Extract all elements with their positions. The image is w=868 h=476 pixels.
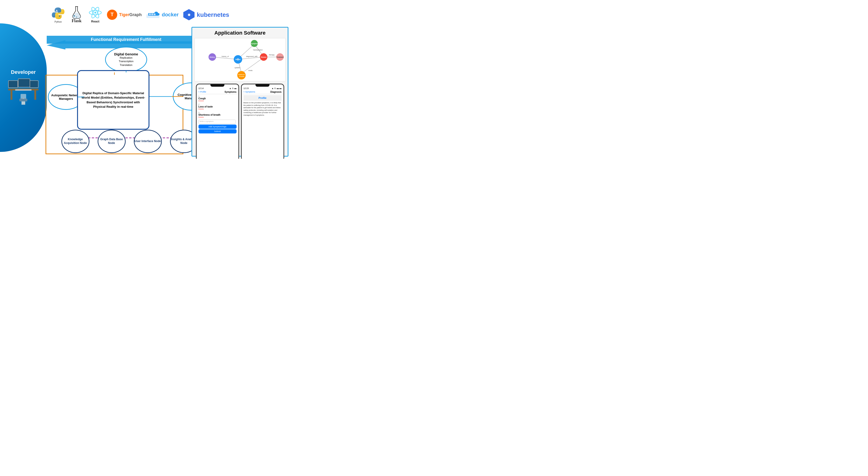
digital-replica-box: Digital Replica of Domain-Specific Mater… (77, 70, 150, 130)
svg-text:Healthcare: Healthcare (238, 74, 245, 75)
svg-rect-16 (151, 12, 153, 13)
svg-text:⎈: ⎈ (188, 12, 190, 17)
symptom-input[interactable]: Write a symptom (198, 120, 236, 124)
symptom-item-3: 3 Shortness of breath Delete (198, 112, 237, 118)
svg-text:Functional Requirement Fulfill: Functional Requirement Fulfillment (91, 37, 161, 42)
diagnosis-text: Based on the provided symptoms, it is li… (244, 102, 282, 116)
python-label: Python (54, 21, 62, 23)
symptom-name-3: Shortness of breath (198, 114, 237, 116)
flask-logo: Flask (71, 6, 82, 23)
svg-text:i: i (238, 59, 238, 60)
symptom-name-2: Loss of taste (198, 106, 237, 108)
phone2-time: 12:23 (244, 87, 249, 89)
svg-text:treats: treats (248, 70, 253, 71)
developer-panel: Developer (0, 23, 47, 152)
replica-text: Digital Replica of Domain-Specific Mater… (80, 91, 146, 109)
svg-text:Treatment: Treatment (276, 56, 284, 58)
symptom-num-3: 3 (198, 112, 237, 114)
tigergraph-logo: T TigerGraph (106, 9, 142, 20)
tech-logo-bar: Python Flask React T (51, 2, 287, 28)
phone-header-1: 12:14 ▲ ⊙ ▬ (197, 87, 239, 90)
graphdb-label: Graph Data Base Node (98, 138, 125, 145)
phone2-nav: < Symptoms Diagnosis (242, 90, 283, 94)
app-software-panel: Application Software history_of diagnose… (191, 27, 288, 156)
svg-rect-12 (149, 13, 151, 15)
svg-rect-17 (151, 10, 153, 12)
phone-notch-2 (255, 84, 270, 87)
svg-point-0 (56, 10, 57, 11)
phone1-nav: < Profile Symptoms (197, 90, 239, 94)
svg-rect-14 (154, 13, 156, 15)
phone-notch-1 (210, 84, 224, 87)
svg-text:history_of: history_of (222, 56, 228, 58)
python-logo: Python (51, 6, 65, 23)
react-logo: React (88, 6, 102, 23)
symptom-num-2: 2 (198, 103, 237, 106)
digital-genome-node: Digital Genome ReplicationTranscriptionT… (105, 47, 147, 72)
symptom-item-2: 2 Loss of taste Delete (198, 103, 237, 110)
svg-text:therapy: therapy (269, 54, 275, 56)
bottom-nodes-row: Knowledge Acquisition Node Graph Data Ba… (57, 130, 202, 153)
phones-row: 12:14 ▲ ⊙ ▬ < Profile Symptoms 1 Cough D… (192, 82, 288, 159)
react-label: React (91, 20, 99, 23)
svg-point-8 (94, 12, 96, 13)
profile-link[interactable]: Profile (244, 96, 281, 99)
app-panel-title: Application Software (192, 28, 288, 37)
submit-btn[interactable]: Submit (198, 129, 237, 133)
ui-label: User Interface Node (134, 140, 161, 143)
graph-label: Graph (129, 12, 142, 17)
svg-text:T: T (111, 11, 114, 17)
symptom-num-1: 1 (198, 95, 237, 97)
svg-point-4 (76, 17, 77, 18)
docker-logo: docker (146, 9, 179, 20)
user-interface-node: User Interface Node (134, 130, 162, 153)
genome-sub: ReplicationTranscriptionTranslation (119, 56, 133, 67)
developer-label: Developer (11, 69, 36, 75)
symptom-del-3[interactable]: Delete (198, 116, 237, 118)
svg-text:History: History (210, 56, 215, 58)
symptom-name-1: Cough (198, 97, 237, 100)
symptom-item-1: 1 Cough Delete (198, 95, 237, 102)
svg-point-3 (73, 15, 75, 17)
diagnosis-section: Profile Based on the provided symptoms, … (242, 94, 283, 117)
phone1-status: ▲ ⊙ ▬ (229, 87, 237, 89)
graph-svg: history_of diagnosed_with therapy hasSym… (195, 38, 286, 82)
svg-text:diagnosed_with: diagnosed_with (246, 56, 257, 58)
flask-label: Flask (72, 19, 82, 23)
phone1-back[interactable]: < Profile (198, 91, 206, 93)
graph-visualization: history_of diagnosed_with therapy hasSym… (194, 38, 286, 81)
knowledge-node: Knowledge Acquisition Node (61, 130, 89, 153)
center-diagram: Digital Genome ReplicationTranscriptionT… (45, 46, 209, 155)
knowledge-label: Knowledge Acquisition Node (62, 138, 89, 145)
phone2-screen-title: Diagnosis (271, 91, 282, 93)
symptom-placeholder: Write a symptom (200, 120, 214, 122)
developer-illustration (8, 78, 38, 106)
svg-point-52 (237, 71, 246, 80)
svg-text:_Provider: _Provider (238, 76, 245, 77)
phone1-content: 1 Cough Delete 2 Loss of taste Delete 3 … (197, 94, 239, 135)
genome-title: Digital Genome (114, 52, 138, 56)
tiger-label: Tiger (119, 12, 129, 17)
svg-rect-13 (151, 13, 153, 15)
phone-header-2: 12:23 ▲ ⊙ ▬ ▬ (242, 87, 283, 90)
kubernetes-logo: ⎈ kubernetes (183, 9, 229, 21)
svg-text:hasSymptom: hasSymptom (253, 49, 263, 51)
svg-text:Disease: Disease (260, 56, 267, 58)
graph-db-node: Graph Data Base Node (98, 130, 126, 153)
symptom-del-1[interactable]: Delete (198, 100, 237, 102)
svg-rect-15 (149, 12, 151, 13)
add-symptom-btn[interactable]: Add Symptom/Sign (198, 124, 237, 129)
symptom-del-2[interactable]: Delete (198, 108, 237, 110)
svg-point-1 (59, 16, 60, 17)
phone-diagnosis: 12:23 ▲ ⊙ ▬ ▬ < Symptoms Diagnosis Profi… (241, 84, 284, 159)
docker-label: docker (162, 12, 179, 18)
kubernetes-label: kubernetes (197, 11, 229, 19)
phone1-time: 12:14 (198, 87, 204, 89)
phone2-back[interactable]: < Symptoms (244, 91, 255, 93)
svg-text:updates: updates (235, 67, 240, 69)
phone1-screen-title: Symptoms (224, 91, 236, 93)
svg-text:Symptom: Symptom (251, 43, 258, 44)
phone-symptoms: 12:14 ▲ ⊙ ▬ < Profile Symptoms 1 Cough D… (196, 84, 239, 159)
phone2-status: ▲ ⊙ ▬ ▬ (272, 87, 281, 89)
